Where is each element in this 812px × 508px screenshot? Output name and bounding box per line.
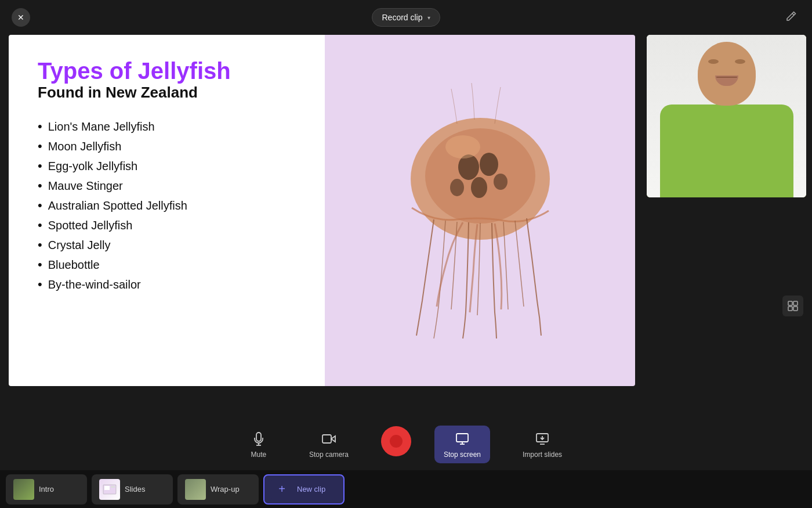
svg-rect-24 <box>104 486 110 490</box>
svg-rect-17 <box>456 434 468 442</box>
close-icon: ✕ <box>17 13 24 22</box>
clip-label-slides: Slides <box>125 485 145 493</box>
close-button[interactable]: ✕ <box>12 8 30 27</box>
record-clip-label: Record clip <box>382 13 422 22</box>
svg-rect-8 <box>788 301 792 305</box>
camera-person-view <box>647 35 806 197</box>
stop-camera-label: Stop camera <box>309 451 349 459</box>
edit-button[interactable] <box>782 8 800 27</box>
clip-item-wrapup[interactable]: Wrap-up <box>177 474 259 505</box>
clip-label-new: New clip <box>297 485 325 493</box>
svg-rect-10 <box>788 307 792 311</box>
svg-rect-14 <box>322 435 331 443</box>
stop-screen-label: Stop screen <box>444 451 481 459</box>
clip-label-wrapup: Wrap-up <box>211 485 240 493</box>
mute-label: Mute <box>251 451 267 459</box>
clip-thumb-wrapup <box>185 479 206 500</box>
clip-item-slides[interactable]: Slides <box>92 474 173 505</box>
person-silhouette <box>660 42 793 197</box>
person-head <box>698 42 756 106</box>
svg-rect-11 <box>793 307 798 311</box>
list-item: By-the-wind-sailor <box>38 277 296 292</box>
slide: Types of Jellyfish Found in New Zealand … <box>9 35 635 386</box>
stop-camera-button[interactable]: Stop camera <box>300 426 358 463</box>
top-bar: ✕ Record clip ▾ <box>0 0 812 35</box>
clip-strip: Intro Slides Wrap-up + New clip <box>0 470 812 508</box>
clip-thumb-slides <box>99 479 120 500</box>
person-body <box>660 105 793 197</box>
record-clip-button[interactable]: Record clip ▾ <box>372 8 440 27</box>
clip-thumb-new: + <box>271 479 292 500</box>
svg-point-7 <box>445 135 480 158</box>
clip-thumb-intro <box>13 479 34 500</box>
list-item: Australian Spotted Jellyfish <box>38 198 296 213</box>
svg-point-1 <box>425 128 535 224</box>
screen-icon <box>454 430 471 448</box>
jellyfish-illustration <box>387 80 573 341</box>
mute-icon <box>250 430 267 448</box>
bottom-toolbar: Mute Stop camera Stop screen <box>0 418 812 470</box>
clip-item-new[interactable]: + New clip <box>263 474 345 505</box>
svg-point-4 <box>471 177 487 198</box>
svg-point-16 <box>390 435 403 448</box>
edit-icon <box>785 10 797 25</box>
list-item: Bluebottle <box>38 257 296 272</box>
layout-toggle-button[interactable] <box>782 296 803 316</box>
slide-title-sub: Found in New Zealand <box>38 84 296 102</box>
list-item: Egg-yolk Jellyfish <box>38 158 296 174</box>
list-item: Lion's Mane Jellyfish <box>38 119 296 134</box>
slide-container: Types of Jellyfish Found in New Zealand … <box>9 35 641 418</box>
mute-button[interactable]: Mute <box>241 426 277 463</box>
list-item: Crystal Jelly <box>38 237 296 253</box>
list-item: Spotted Jellyfish <box>38 218 296 233</box>
camera-icon <box>320 430 338 448</box>
slide-left-panel: Types of Jellyfish Found in New Zealand … <box>9 35 325 386</box>
import-slides-button[interactable]: Import slides <box>513 426 571 463</box>
camera-feed <box>647 35 806 197</box>
list-item: Mauve Stinger <box>38 178 296 193</box>
clip-label-intro: Intro <box>39 485 54 493</box>
slide-title-main: Types of Jellyfish <box>38 58 296 84</box>
import-slides-icon <box>534 430 551 448</box>
svg-point-5 <box>450 179 464 196</box>
clip-item-intro[interactable]: Intro <box>6 474 87 505</box>
list-item: Moon Jellyfish <box>38 139 296 154</box>
record-button[interactable] <box>381 426 411 456</box>
svg-rect-25 <box>111 486 115 488</box>
svg-point-3 <box>480 153 498 176</box>
slide-right-panel <box>325 35 635 386</box>
svg-rect-9 <box>793 301 798 305</box>
jellyfish-list: Lion's Mane Jellyfish Moon Jellyfish Egg… <box>38 119 296 292</box>
import-slides-label: Import slides <box>523 451 562 459</box>
svg-point-6 <box>494 174 507 190</box>
main-content: Types of Jellyfish Found in New Zealand … <box>0 35 812 418</box>
chevron-down-icon: ▾ <box>427 15 430 21</box>
stop-screen-button[interactable]: Stop screen <box>434 426 490 463</box>
